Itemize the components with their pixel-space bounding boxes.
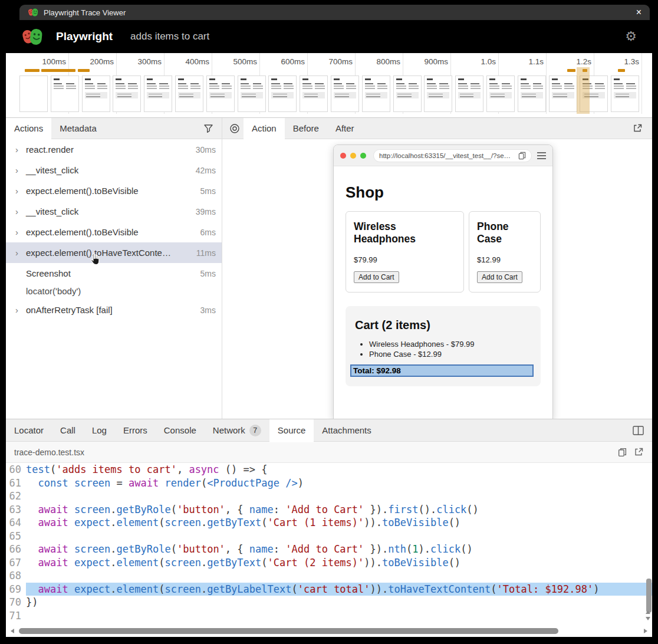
timeline-thumbnail[interactable] [518,75,546,112]
close-icon[interactable]: × [636,8,641,17]
horizontal-scrollbar[interactable] [6,626,652,636]
copy-icon[interactable] [618,448,627,457]
timeline-thumbnail[interactable] [82,75,110,112]
tab-label: Before [293,123,319,133]
cart-title: Cart (2 items) [355,318,531,332]
scroll-down-arrow-icon[interactable] [646,617,650,620]
action-row[interactable]: ›react.render30ms [6,139,222,160]
timeline-thumbnail[interactable] [113,75,141,112]
timeline-thumbnail[interactable] [175,75,203,112]
app-header: Playwright adds items to cart ⚙ [6,20,652,53]
code-line[interactable]: 63 await screen.getByRole('button', { na… [6,503,652,517]
timeline-thumbnail[interactable] [268,75,297,112]
layout-columns-icon[interactable] [633,426,644,435]
pick-locator-target-icon[interactable] [229,123,240,134]
action-row[interactable]: ›expect.element().toBeVisible5ms [6,180,222,201]
tab[interactable]: Network 7 [205,419,269,441]
scrollbar-track[interactable] [19,628,639,634]
code-line[interactable]: 71 [6,609,652,623]
action-row[interactable]: ›__vitest_click39ms [6,201,222,222]
code-line[interactable]: 64 await expect.element(screen.getByText… [6,516,652,530]
tab[interactable]: Errors [115,419,156,441]
timeline-thumbnail[interactable] [300,75,328,112]
code-line[interactable]: 62 [6,489,652,503]
tab[interactable]: After [327,118,363,139]
action-subtitle-row[interactable]: locator('body') [6,282,222,300]
action-row[interactable]: ›__vitest_click42ms [6,160,222,180]
tab[interactable]: Attachments [314,419,379,441]
code-line[interactable]: 65 [6,530,652,543]
scroll-left-arrow-icon[interactable] [11,629,14,633]
timeline[interactable]: 100ms200ms300ms400ms500ms600ms700ms800ms… [6,53,652,118]
timeline-selected-range [577,67,590,114]
timeline-thumbnail[interactable] [393,75,422,112]
open-external-icon[interactable] [633,123,643,133]
tab-label: Network [213,425,245,435]
tab[interactable]: Log [84,419,115,441]
product-price: $12.99 [477,255,532,264]
scroll-right-arrow-icon[interactable] [644,629,647,633]
address-bar[interactable]: http://localhost:63315/__vitest_test__/?… [373,149,532,162]
timeline-action-bar [567,69,575,72]
line-number: 62 [6,489,26,503]
timeline-thumbnail[interactable] [424,75,452,112]
cart-total-highlighted: Total: $92.98 [350,364,534,377]
tab[interactable]: Metadata [51,118,105,139]
window-titlebar[interactable]: Playwright Trace Viewer × [19,5,650,20]
scroll-up-arrow-icon[interactable] [646,610,650,614]
timeline-thumbnail[interactable] [19,75,48,112]
timeline-thumbnail[interactable] [238,75,266,112]
tab[interactable]: Console [156,419,205,441]
action-row[interactable]: ›expect.element().toHaveTextConte…11ms [6,242,222,263]
code-line[interactable]: 70}) [6,596,652,609]
action-row[interactable]: ›onAfterRetryTask [fail]3ms [6,300,222,320]
tab[interactable]: Before [285,118,327,139]
vertical-scrollbar-thumb[interactable] [646,579,652,613]
timeline-thumbnail[interactable] [455,75,483,112]
code-text [26,609,652,623]
tick-text: 300ms [137,57,162,66]
timeline-thumbnail[interactable] [144,75,172,112]
add-to-cart-button[interactable]: Add to Cart [354,271,399,283]
thumbnail-content [334,78,356,109]
browser-chrome: http://localhost:63315/__vitest_test__/?… [334,145,552,166]
thumbnail-content [521,78,543,109]
cart-item: Phone Case - $12.99 [369,350,531,359]
tab[interactable]: Call [52,419,84,441]
tick-text: 1.0s [481,57,496,66]
tab[interactable]: Action [244,118,285,139]
filter-icon[interactable] [203,123,213,133]
tab[interactable]: Source [269,419,314,441]
settings-gear-icon[interactable]: ⚙ [625,30,637,43]
copy-icon[interactable] [518,152,526,160]
code-line[interactable]: 61 const screen = await render(<ProductP… [6,477,652,490]
action-row[interactable]: Screenshot5ms [6,263,222,284]
timeline-thumbnail[interactable] [331,75,359,112]
timeline-thumbnail[interactable] [51,75,79,112]
code-line[interactable]: 60test('adds items to cart', async () =>… [6,463,652,477]
tab[interactable]: Actions [6,118,51,139]
code-line[interactable]: 67 await expect.element(screen.getByText… [6,556,652,570]
code-line[interactable]: 66 await screen.getByRole('button', { na… [6,543,652,556]
action-row[interactable]: ›expect.element().toBeVisible6ms [6,222,222,242]
thumbnail-content [365,78,387,109]
code-line[interactable]: 68 [6,569,652,583]
filmstrip [19,75,639,112]
tab-label: Action [252,123,277,133]
timeline-thumbnail[interactable] [611,75,639,112]
tab[interactable]: Locator [6,419,52,441]
code-text: const screen = await render(<ProductPage… [26,477,652,490]
timeline-thumbnail[interactable] [362,75,390,112]
page-url: http://localhost:63315/__vitest_test__/?… [379,152,515,159]
timeline-thumbnail[interactable] [549,75,577,112]
code-text: await expect.element(screen.getByLabelTe… [26,583,652,596]
timeline-thumbnail[interactable] [206,75,235,112]
code-lines: 60test('adds items to cart', async () =>… [6,463,652,622]
code-line[interactable]: 69 await expect.element(screen.getByLabe… [6,583,652,596]
open-external-icon[interactable] [634,447,644,457]
timeline-thumbnail[interactable] [486,75,515,112]
add-to-cart-button[interactable]: Add to Cart [477,271,522,283]
menu-icon[interactable] [537,152,546,159]
horizontal-scrollbar-thumb[interactable] [19,628,558,634]
product-name: Phone Case [477,221,532,246]
